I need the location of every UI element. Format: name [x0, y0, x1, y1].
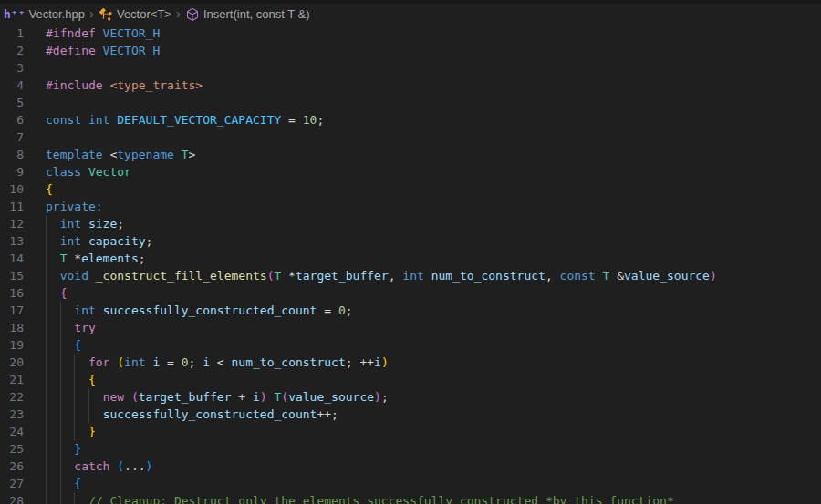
indent-guide — [88, 388, 89, 406]
line-content: const int DEFAULT_VECTOR_CAPACITY = 10; — [46, 111, 821, 129]
breadcrumb-class-label: Vector<T> — [117, 7, 171, 21]
line-number[interactable]: 9 — [0, 163, 24, 180]
code-token: catch — [74, 459, 109, 473]
line-number[interactable]: 5 — [0, 94, 24, 111]
code-line[interactable]: 5 — [0, 94, 821, 111]
indent-guide — [88, 406, 89, 423]
code-token: int — [74, 303, 95, 317]
line-number[interactable]: 14 — [0, 250, 24, 267]
line-number[interactable]: 24 — [0, 423, 24, 440]
line-number[interactable]: 13 — [0, 232, 24, 250]
line-number[interactable]: 20 — [0, 354, 24, 371]
line-number[interactable]: 16 — [0, 284, 24, 302]
line-number[interactable]: 7 — [0, 129, 24, 146]
code-line[interactable]: 13 int capacity; — [0, 232, 821, 250]
indent-guide — [60, 302, 61, 319]
line-number[interactable]: 28 — [0, 492, 24, 504]
code-token: ; — [317, 113, 324, 127]
code-token — [46, 234, 60, 248]
line-content: int size; — [46, 215, 821, 232]
line-number[interactable]: 2 — [0, 42, 24, 59]
code-line[interactable]: 24 } — [0, 423, 821, 440]
line-number[interactable]: 27 — [0, 475, 24, 492]
symbol-method-icon — [185, 7, 200, 22]
code-line[interactable]: 18 try — [0, 319, 821, 336]
code-line[interactable]: 8template <typename T> — [0, 146, 821, 163]
code-line[interactable]: 21 { — [0, 371, 821, 388]
line-number[interactable]: 6 — [0, 111, 24, 129]
indent-guide — [74, 423, 75, 440]
code-line[interactable]: 4#include <type_traits> — [0, 77, 821, 94]
line-number[interactable]: 12 — [0, 215, 24, 232]
line-number[interactable]: 15 — [0, 267, 24, 284]
indent-guide — [60, 406, 61, 423]
code-line[interactable]: 15 void _construct_fill_elements(T *targ… — [0, 267, 821, 284]
breadcrumb-item-file[interactable]: h⁺⁺ Vector.hpp — [4, 7, 85, 21]
indent-guide — [60, 440, 61, 458]
code-line[interactable]: 3 — [0, 59, 821, 77]
line-number[interactable]: 8 — [0, 146, 24, 163]
code-area[interactable]: 1#ifndef VECTOR_H2#define VECTOR_H34#inc… — [0, 25, 821, 504]
code-token: successfully_constructed_count — [103, 407, 317, 421]
indent-guide — [74, 492, 75, 504]
code-token: int — [60, 234, 81, 248]
code-line[interactable]: 22 new (target_buffer + i) T(value_sourc… — [0, 388, 821, 406]
line-number[interactable]: 11 — [0, 198, 24, 215]
line-number[interactable]: 10 — [0, 180, 24, 198]
line-number[interactable]: 17 — [0, 302, 24, 319]
code-token — [46, 373, 88, 386]
indent-guide — [46, 458, 47, 475]
code-token: { — [74, 477, 81, 490]
code-token: > — [189, 148, 196, 161]
code-line[interactable]: 9class Vector — [0, 163, 821, 180]
code-token: capacity — [88, 234, 146, 248]
code-line[interactable]: 26 catch (...) — [0, 458, 821, 475]
code-token — [46, 217, 60, 231]
code-line[interactable]: 10{ — [0, 180, 821, 198]
line-content: { — [46, 180, 821, 198]
code-line[interactable]: 11private: — [0, 198, 821, 215]
code-token: * — [67, 252, 81, 265]
code-token: DEFAULT_VECTOR_CAPACITY — [117, 113, 281, 127]
code-line[interactable]: 14 T *elements; — [0, 250, 821, 267]
code-line[interactable]: 1#ifndef VECTOR_H — [0, 25, 821, 42]
line-number[interactable]: 3 — [0, 59, 24, 77]
breadcrumb-item-method[interactable]: Insert(int, const T &) — [185, 7, 310, 22]
code-token: num_to_construct — [232, 355, 346, 369]
line-content: } — [46, 440, 821, 458]
line-number[interactable]: 21 — [0, 371, 24, 388]
code-line[interactable]: 23 successfully_constructed_count++; — [0, 406, 821, 423]
indent-guide — [46, 423, 47, 440]
code-token: ... — [124, 459, 145, 473]
code-line[interactable]: 6const int DEFAULT_VECTOR_CAPACITY = 10; — [0, 111, 821, 129]
code-line[interactable]: 12 int size; — [0, 215, 821, 232]
line-number[interactable]: 25 — [0, 440, 24, 458]
line-content — [46, 59, 821, 77]
line-content: successfully_constructed_count++; — [46, 406, 821, 423]
indent-guide — [46, 250, 47, 267]
code-token: ; — [146, 234, 153, 248]
breadcrumb-item-class[interactable]: Vector<T> — [99, 7, 171, 22]
code-token: value_source — [624, 269, 710, 283]
line-number[interactable]: 1 — [0, 25, 24, 42]
indent-guide — [46, 215, 47, 232]
line-number[interactable]: 19 — [0, 336, 24, 354]
code-line[interactable]: 20 for (int i = 0; i < num_to_construct;… — [0, 354, 821, 371]
code-line[interactable]: 16 { — [0, 284, 821, 302]
code-line[interactable]: 17 int successfully_constructed_count = … — [0, 302, 821, 319]
code-line[interactable]: 2#define VECTOR_H — [0, 42, 821, 59]
code-token: { — [60, 286, 68, 300]
line-number[interactable]: 22 — [0, 388, 24, 406]
line-number[interactable]: 18 — [0, 319, 24, 336]
line-number[interactable]: 4 — [0, 77, 24, 94]
code-line[interactable]: 19 { — [0, 336, 821, 354]
code-line[interactable]: 25 } — [0, 440, 821, 458]
code-token — [81, 165, 88, 179]
indent-guide — [46, 232, 47, 250]
line-number[interactable]: 23 — [0, 406, 24, 423]
code-line[interactable]: 7 — [0, 129, 821, 146]
code-line[interactable]: 28 // Cleanup: Destruct only the element… — [0, 492, 821, 504]
code-token: < — [103, 148, 118, 161]
code-line[interactable]: 27 { — [0, 475, 821, 492]
line-number[interactable]: 26 — [0, 458, 24, 475]
